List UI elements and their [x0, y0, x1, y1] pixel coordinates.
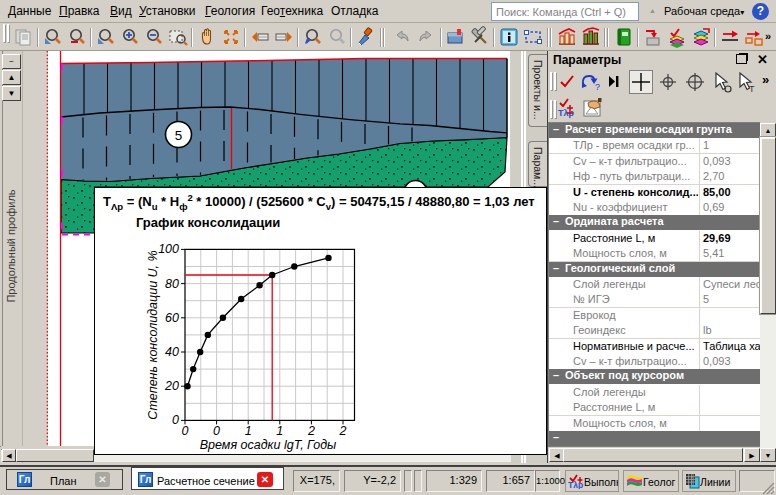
svg-text:Время осадки lgT, Годы: Время осадки lgT, Годы [200, 438, 337, 452]
svg-text:0: 0 [213, 424, 220, 438]
svg-text:Степень консолидации U, %: Степень консолидации U, % [146, 250, 160, 419]
svg-text:Tλp: Tλp [568, 480, 583, 489]
svg-text:?: ? [595, 82, 600, 92]
svg-text:5: 5 [175, 128, 183, 143]
svg-text:1: 1 [245, 424, 252, 438]
svg-text:20: 20 [164, 379, 179, 393]
svg-text:2: 2 [307, 424, 315, 438]
svg-text:0: 0 [182, 424, 189, 438]
svg-text:1: 1 [276, 424, 283, 438]
svg-text:60: 60 [165, 311, 179, 325]
svg-text:80: 80 [165, 277, 179, 291]
svg-text:2: 2 [339, 424, 347, 438]
svg-text:0: 0 [172, 413, 179, 427]
svg-text:40: 40 [165, 345, 179, 359]
svg-text:100: 100 [158, 242, 179, 256]
svg-text:T: T [749, 84, 755, 94]
